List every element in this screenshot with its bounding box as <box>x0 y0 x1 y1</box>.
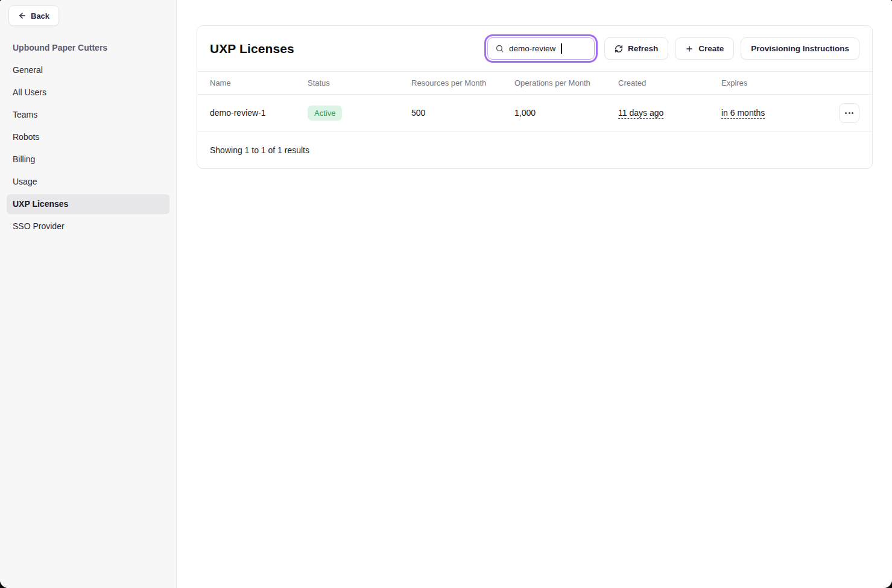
sidebar-item-all-users[interactable]: All Users <box>7 83 169 103</box>
operations-per-month-value: 1,000 <box>514 108 618 118</box>
refresh-icon <box>615 45 623 53</box>
row-actions-button[interactable] <box>839 103 859 123</box>
sidebar-item-teams[interactable]: Teams <box>7 105 169 125</box>
org-name: Upbound Paper Cutters <box>7 38 169 58</box>
provisioning-instructions-button[interactable]: Provisioning Instructions <box>741 37 859 60</box>
back-button[interactable]: Back <box>8 5 59 26</box>
column-header-created: Created <box>618 78 721 87</box>
text-caret <box>561 43 562 54</box>
app-window: Back Upbound Paper Cutters General All U… <box>0 0 892 588</box>
sidebar-item-usage[interactable]: Usage <box>7 172 169 192</box>
back-button-label: Back <box>31 11 49 21</box>
column-header-status: Status <box>308 78 411 87</box>
main-content: UXP Licenses demo-review Refresh <box>177 0 892 588</box>
created-value[interactable]: 11 days ago <box>618 108 663 118</box>
sidebar-item-robots[interactable]: Robots <box>7 127 169 147</box>
status-badge: Active <box>308 106 342 121</box>
expires-value[interactable]: in 6 months <box>721 108 765 118</box>
provisioning-instructions-label: Provisioning Instructions <box>751 44 849 53</box>
sidebar-item-billing[interactable]: Billing <box>7 150 169 169</box>
column-header-resources: Resources per Month <box>411 78 514 87</box>
page-title: UXP Licenses <box>210 42 294 56</box>
table-header: Name Status Resources per Month Operatio… <box>197 71 872 95</box>
refresh-button[interactable]: Refresh <box>604 37 668 60</box>
arrow-left-icon <box>18 11 27 20</box>
search-input-value: demo-review <box>509 44 555 53</box>
plus-icon <box>685 45 694 53</box>
refresh-button-label: Refresh <box>628 44 658 53</box>
search-input[interactable]: demo-review <box>487 37 595 60</box>
table-row: demo-review-1 Active 500 1,000 11 days a… <box>197 95 872 131</box>
sidebar-item-uxp-licenses[interactable]: UXP Licenses <box>7 194 169 214</box>
sidebar-item-sso-provider[interactable]: SSO Provider <box>7 217 169 236</box>
column-header-operations: Operations per Month <box>514 78 618 87</box>
search-icon <box>495 44 504 53</box>
resources-per-month-value: 500 <box>411 108 514 118</box>
results-summary: Showing 1 to 1 of 1 results <box>197 131 872 168</box>
sidebar-item-general[interactable]: General <box>7 60 169 80</box>
licenses-card: UXP Licenses demo-review Refresh <box>197 25 873 169</box>
column-header-name: Name <box>210 78 308 87</box>
card-header: UXP Licenses demo-review Refresh <box>197 26 872 71</box>
sidebar-nav: Upbound Paper Cutters General All Users … <box>0 26 176 236</box>
column-header-expires: Expires <box>721 78 839 87</box>
license-name: demo-review-1 <box>210 108 308 118</box>
header-controls: demo-review Refresh Create <box>487 37 859 60</box>
sidebar: Back Upbound Paper Cutters General All U… <box>0 0 177 588</box>
create-button-label: Create <box>698 44 724 53</box>
create-button[interactable]: Create <box>675 37 734 60</box>
